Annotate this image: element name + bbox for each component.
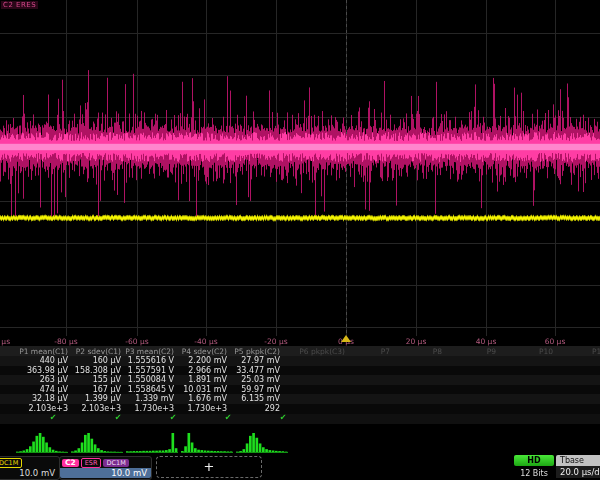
measure-cell-p2-r6: 2.103e+3 (81, 404, 121, 413)
measure-header-1[interactable]: P1 mean(C1) (19, 347, 68, 356)
time-axis-label-6: 20 µs (406, 337, 427, 346)
measure-cell-p3-r1: 1.555616 V (128, 356, 174, 365)
histicon-row (0, 430, 600, 455)
measure-cell-p1-r5: 32.18 µV (32, 394, 68, 403)
measure-row-3: 263 µV155 µV1.550084 V1.891 mV25.03 mV (0, 375, 600, 385)
status-check-icon-p2: ✔ (115, 413, 122, 422)
time-axis-label-3: -40 µs (194, 337, 217, 346)
measure-cell-p4-r3: 1.891 mV (188, 375, 227, 384)
measure-header-7[interactable]: P7 (381, 347, 390, 356)
channel-descriptor-c1[interactable]: DC1M 10.0 mV (0, 456, 60, 480)
waveform-grid[interactable] (0, 0, 600, 340)
status-check-icon-p3: ✔ (170, 413, 177, 422)
c2-vdiv-value: 10.0 mV (60, 468, 151, 478)
measure-header-2[interactable]: P2 sdev(C1) (76, 347, 121, 356)
measure-row-4: 474 µV167 µV1.558645 V10.031 mV59.97 mV (0, 385, 600, 395)
measure-cell-p2-r1: 160 µV (93, 356, 121, 365)
measure-header-11[interactable]: P11 (592, 347, 600, 356)
measure-cell-p5-r2: 33.477 mV (236, 366, 280, 375)
measure-header-3[interactable]: P3 mean(C2) (125, 347, 174, 356)
measure-header-10[interactable]: P10 (539, 347, 553, 356)
measure-row-6: 2.103e+32.103e+31.730e+31.730e+3292 (0, 404, 600, 414)
time-axis-label-8: 60 µs (545, 337, 566, 346)
c1-coupling-badge: DC1M (0, 458, 22, 468)
time-axis-label-2: -60 µs (125, 337, 148, 346)
timebase-label: Tbase (556, 455, 600, 466)
measure-table: P1 mean(C1)P2 sdev(C1)P3 mean(C2)P4 sdev… (0, 346, 600, 428)
histicon-p2[interactable] (71, 430, 123, 455)
measure-header-6[interactable]: P6 pkpk(C3) (299, 347, 345, 356)
histicon-p1[interactable] (16, 430, 68, 455)
status-check-icon-p4: ✔ (225, 413, 232, 422)
measure-cell-p4-r2: 2.966 mV (188, 366, 227, 375)
time-axis-label-7: 40 µs (476, 337, 497, 346)
measure-header-9[interactable]: P9 (487, 347, 496, 356)
channel-descriptor-c2[interactable]: C2 ESR DC1M 10.0 mV (59, 456, 152, 480)
histicon-p3[interactable] (126, 430, 178, 455)
measure-cell-p3-r6: 1.730e+3 (134, 404, 174, 413)
measure-header-4[interactable]: P4 sdev(C2) (182, 347, 227, 356)
time-axis-label-1: -80 µs (54, 337, 77, 346)
measure-cell-p3-r3: 1.550084 V (128, 375, 174, 384)
time-axis-label-4: -20 µs (264, 337, 287, 346)
measure-cell-p4-r4: 10.031 mV (183, 385, 227, 394)
measure-cell-p5-r4: 59.97 mV (241, 385, 280, 394)
add-trace-button[interactable]: + (156, 456, 262, 478)
trigger-position-marker[interactable] (341, 335, 351, 342)
measure-cell-p5-r1: 27.97 mV (241, 356, 280, 365)
measure-cell-p1-r2: 363.98 µV (27, 366, 68, 375)
measure-cell-p4-r6: 1.730e+3 (187, 404, 227, 413)
status-check-icon-p1: ✔ (50, 413, 57, 422)
measure-cell-p2-r2: 158.308 µV (75, 366, 121, 375)
measure-cell-p3-r2: 1.557591 V (128, 366, 174, 375)
measure-cell-p5-r3: 25.03 mV (241, 375, 280, 384)
plus-icon: + (204, 459, 215, 474)
measure-header-5[interactable]: P5 pkpk(C2) (234, 347, 280, 356)
measure-cell-p2-r5: 1.399 µV (85, 394, 121, 403)
measure-cell-p5-r5: 6.135 mV (241, 394, 280, 403)
measure-cell-p2-r3: 155 µV (93, 375, 121, 384)
measure-cell-p3-r4: 1.558645 V (128, 385, 174, 394)
measure-cell-p5-r6: 292 (265, 404, 280, 413)
measure-table-header-row: P1 mean(C1)P2 sdev(C1)P3 mean(C2)P4 sdev… (0, 346, 600, 356)
hd-mode-badge[interactable]: HD (514, 455, 554, 466)
oscilloscope-screen: C2 ERES -100 µs-80 µs-60 µs-40 µs-20 µs0… (0, 0, 600, 480)
measure-cell-p1-r6: 2.103e+3 (28, 404, 68, 413)
status-check-icon-p5: ✔ (280, 413, 287, 422)
c2-channel-badge: C2 (62, 459, 79, 467)
trace-annotation-label: C2 ERES (1, 1, 38, 9)
time-axis-label-0: -100 µs (0, 337, 10, 346)
measure-header-8[interactable]: P8 (433, 347, 442, 356)
c2-coupling-badge: DC1M (103, 459, 128, 467)
histicon-p4[interactable] (181, 430, 233, 455)
measure-cell-p4-r5: 1.676 mV (188, 394, 227, 403)
histicon-p5[interactable] (236, 430, 288, 455)
timebase-value: 20.0 µs/div (556, 466, 600, 478)
measure-cell-p4-r1: 2.200 mV (188, 356, 227, 365)
measure-cell-p1-r3: 263 µV (40, 375, 68, 384)
measure-cell-p1-r4: 474 µV (40, 385, 68, 394)
timebase-descriptor[interactable]: Tbase 20.0 µs/div (556, 455, 600, 479)
c1-vdiv-value: 10.0 mV (0, 468, 59, 478)
measure-cell-p1-r1: 440 µV (40, 356, 68, 365)
c2-filter-badge: ESR (81, 458, 102, 468)
measure-row-5: 32.18 µV1.399 µV1.339 mV1.676 mV6.135 mV (0, 394, 600, 404)
measure-status-row: ✔✔✔✔✔ (0, 414, 600, 424)
measure-cell-p3-r5: 1.339 mV (135, 394, 174, 403)
measure-cell-p2-r4: 167 µV (93, 385, 121, 394)
measure-row-1: 440 µV160 µV1.555616 V2.200 mV27.97 mV (0, 356, 600, 366)
measure-row-2: 363.98 µV158.308 µV1.557591 V2.966 mV33.… (0, 366, 600, 376)
bit-depth-label: 12 Bits (512, 469, 556, 478)
